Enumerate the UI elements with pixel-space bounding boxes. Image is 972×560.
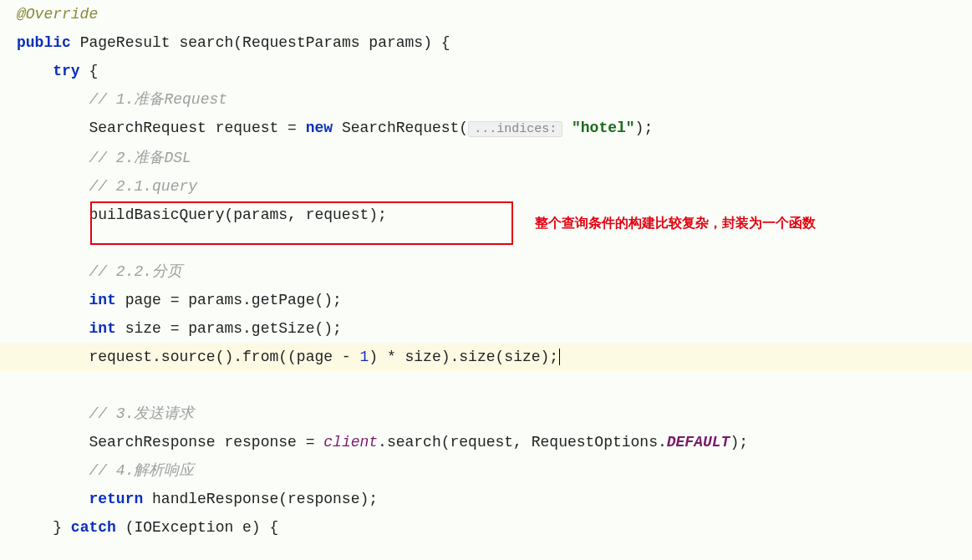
code-line: return handleResponse(response); [0,485,972,513]
code-line: SearchResponse response = client.search(… [0,428,972,456]
method-call: buildBasicQuery(params, request); [89,206,386,223]
keyword-try: try [53,63,79,79]
field-ref: client [323,434,378,451]
keyword-int: int [89,292,115,308]
comment: // 3.发送请求 [89,405,194,422]
code-line: } catch (IOException e) { [0,513,972,542]
code-line: int size = params.getSize(); [0,314,972,343]
code-line: buildBasicQuery(params, request); [0,201,972,229]
code-line-highlighted: request.source().from((page - 1) * size)… [0,343,972,371]
callout-text: 整个查询条件的构建比较复杂，封装为一个函数 [535,209,816,237]
code-line: // 1.准备Request [0,85,972,114]
keyword-return: return [89,491,143,507]
var: request [216,120,279,136]
code-line: // 2.准备DSL [0,144,972,172]
method-name: search [179,34,233,51]
code-line: int page = params.getPage(); [0,286,972,314]
keyword-catch: catch [71,519,116,536]
number-literal: 1 [359,349,369,365]
code-line: // 4.解析响应 [0,456,972,485]
annotation: @Override [17,6,98,23]
constant: DEFAULT [667,434,730,451]
comment: // 2.2.分页 [89,263,182,280]
code-line: public PageResult search(RequestParams p… [0,28,972,57]
code-line: // 2.1.query [0,172,972,201]
code-line: @Override [0,0,972,28]
code-line: // 3.发送请求 [0,400,972,428]
keyword-int: int [89,320,115,337]
code-editor[interactable]: @Override public PageResult search(Reque… [0,0,972,542]
text-caret [559,349,560,365]
code-line [0,371,972,400]
comment: // 2.准备DSL [89,150,191,166]
comment: // 4.解析响应 [89,462,194,479]
param-name: params [369,34,423,51]
return-type: PageResult [80,34,170,51]
comment: // 1.准备Request [89,91,227,108]
code-line [0,229,972,257]
code-line: // 2.2.分页 [0,257,972,286]
parameter-hint: ...indices: [468,121,562,137]
keyword-new: new [306,120,333,136]
type: SearchRequest [89,120,206,136]
string-literal: "hotel" [562,120,634,136]
keyword-public: public [17,34,71,51]
comment: // 2.1.query [89,178,197,195]
param-type: RequestParams [242,34,359,51]
type: SearchResponse [89,434,215,451]
code-line: SearchRequest request = new SearchReques… [0,114,972,144]
code-line: try { [0,57,972,85]
